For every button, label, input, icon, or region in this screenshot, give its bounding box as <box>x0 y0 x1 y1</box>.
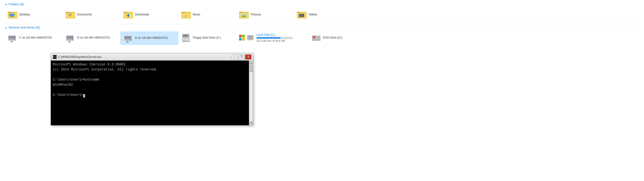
drive-d-network-label: D on UK-MA-VMHOST01 <box>77 36 110 40</box>
cmd-title: C:\WINDOWS\system32\cmd.exe <box>58 55 101 59</box>
documents-folder-icon <box>66 10 75 20</box>
cmd-restore-button[interactable]: ❐ <box>238 55 245 59</box>
drives-row: C on UK-MA-VMHOST01 D on UK-MA-VMHOST01 <box>5 32 639 48</box>
cmd-content[interactable]: Microsoft Windows [Version 6.3.9600] (c)… <box>51 61 249 125</box>
drive-e-network-label: E on UK-MA-VMHOST01 <box>135 36 168 40</box>
svg-rect-48 <box>68 42 71 42</box>
local-disk-name: Local Disk (C:) <box>256 33 292 37</box>
drive-item-local-c[interactable]: Local Disk (C:) 33.3 GB free of 49.6 GB <box>236 32 308 44</box>
drive-item-dvd[interactable]: DVD DVD Drive (D:) <box>308 32 366 44</box>
drives-header-label: Devices and drives (6) <box>9 26 40 29</box>
folder-videos-label: Videos <box>308 13 317 17</box>
dvd-drive-icon: DVD <box>312 33 321 43</box>
svg-rect-7 <box>11 17 13 17</box>
file-explorer: ▲ Folders (6) Desktop <box>0 0 644 51</box>
local-disk-info: Local Disk (C:) 33.3 GB free of 49.6 GB <box>256 33 292 42</box>
svg-rect-37 <box>302 16 303 17</box>
svg-text:♪: ♪ <box>184 13 186 18</box>
network-drive-c-icon <box>8 33 17 43</box>
folders-section-header[interactable]: ▲ Folders (6) <box>5 3 639 6</box>
svg-rect-58 <box>183 35 188 37</box>
drive-item-d-network[interactable]: D on UK-MA-VMHOST01 <box>63 32 120 44</box>
svg-point-49 <box>72 39 73 40</box>
svg-rect-42 <box>10 42 13 42</box>
svg-rect-36 <box>301 16 302 17</box>
folder-downloads-label: Downloads <box>135 13 149 17</box>
drive-item-e-network[interactable]: E on UK-MA-VMHOST01 <box>120 32 178 45</box>
floppy-drive-icon <box>181 33 191 43</box>
svg-rect-52 <box>124 36 131 39</box>
svg-rect-13 <box>68 16 71 16</box>
svg-rect-11 <box>68 14 72 14</box>
desktop-folder-icon <box>8 10 17 20</box>
svg-rect-32 <box>299 14 300 15</box>
svg-rect-53 <box>127 41 128 42</box>
svg-rect-70 <box>312 40 320 41</box>
drives-section-header[interactable]: ▲ Devices and drives (6) <box>5 26 639 29</box>
network-drive-e-icon <box>124 33 133 43</box>
cmd-titlebar-buttons: − ❐ ✕ <box>232 55 252 59</box>
folder-item-downloads[interactable]: Downloads <box>120 9 178 21</box>
folder-item-documents[interactable]: Documents <box>63 9 120 21</box>
folder-item-music[interactable]: ♪ Music <box>178 9 236 21</box>
svg-rect-33 <box>301 14 302 15</box>
folder-music-label: Music <box>193 13 200 17</box>
folder-item-videos[interactable]: Videos <box>294 9 352 21</box>
svg-rect-54 <box>126 42 129 43</box>
drive-c-network-label: C on UK-MA-VMHOST01 <box>19 36 52 40</box>
svg-text:DVD: DVD <box>312 37 316 38</box>
svg-rect-10 <box>66 13 75 18</box>
folders-row: Desktop Documents Do <box>5 9 639 24</box>
videos-folder-icon <box>297 10 306 20</box>
folder-pictures-label: Pictures <box>251 13 261 17</box>
folders-header-label: Folders (6) <box>9 3 24 6</box>
svg-point-27 <box>244 14 246 15</box>
cmd-scrollbar[interactable]: ▲ ▼ <box>249 61 253 125</box>
svg-rect-62 <box>182 41 190 42</box>
drives-chevron: ▲ <box>5 26 7 29</box>
svg-rect-34 <box>302 14 303 15</box>
network-drive-d-icon <box>66 33 75 43</box>
drive-item-floppy[interactable]: Floppy Disk Drive (A:) <box>178 32 236 44</box>
drive-floppy-label: Floppy Disk Drive (A:) <box>193 36 221 40</box>
scrollbar-down-arrow[interactable]: ▼ <box>250 121 253 125</box>
svg-rect-5 <box>9 14 14 17</box>
cmd-titlebar-left: C:\ C:\WINDOWS\system32\cmd.exe <box>53 55 101 59</box>
cmd-window: C:\ C:\WINDOWS\system32\cmd.exe − ❐ ✕ Mi… <box>50 53 253 125</box>
local-disk-bar <box>256 37 292 39</box>
music-folder-icon: ♪ <box>181 10 191 20</box>
svg-rect-61 <box>188 35 189 36</box>
svg-rect-41 <box>11 41 12 42</box>
cmd-close-button[interactable]: ✕ <box>245 55 252 59</box>
folder-desktop-label: Desktop <box>19 13 30 17</box>
scrollbar-thumb[interactable] <box>250 65 252 72</box>
scrollbar-track[interactable] <box>250 64 253 121</box>
scrollbar-up-arrow[interactable]: ▲ <box>250 61 253 64</box>
folder-documents-label: Documents <box>77 13 92 17</box>
svg-rect-40 <box>9 36 16 38</box>
svg-rect-12 <box>68 15 72 15</box>
svg-rect-47 <box>69 41 70 42</box>
windows-logo-icon <box>239 35 245 41</box>
svg-point-55 <box>130 40 131 41</box>
svg-rect-71 <box>319 37 320 38</box>
pictures-folder-icon <box>239 10 249 20</box>
local-disk-bar-fill <box>257 37 280 39</box>
cmd-titlebar: C:\ C:\WINDOWS\system32\cmd.exe − ❐ ✕ <box>51 53 253 61</box>
svg-point-43 <box>14 39 16 40</box>
cmd-body: Microsoft Windows [Version 6.3.9600] (c)… <box>51 61 253 125</box>
svg-rect-35 <box>299 16 300 17</box>
svg-rect-64 <box>248 36 253 39</box>
svg-rect-46 <box>66 36 73 38</box>
drive-item-c-network[interactable]: C on UK-MA-VMHOST01 <box>5 32 63 44</box>
cmd-cursor <box>83 94 85 97</box>
svg-point-65 <box>250 39 251 40</box>
local-disk-size: 33.3 GB free of 49.6 GB <box>256 39 292 42</box>
local-disk-icon <box>247 34 254 41</box>
folder-item-pictures[interactable]: Pictures <box>236 9 294 21</box>
drive-dvd-label: DVD Drive (D:) <box>323 36 342 40</box>
cmd-icon: C:\ <box>53 55 57 59</box>
folder-item-desktop[interactable]: Desktop <box>5 9 63 21</box>
downloads-folder-icon <box>124 10 133 20</box>
cmd-minimize-button[interactable]: − <box>232 55 238 59</box>
